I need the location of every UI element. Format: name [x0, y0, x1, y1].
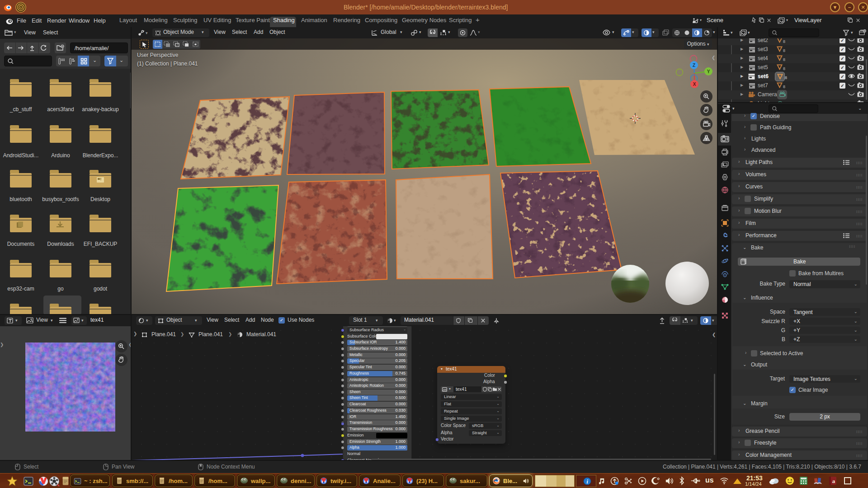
- svg-text:X: X: [693, 82, 696, 87]
- svg-text:Z: Z: [693, 63, 695, 68]
- svg-text:a: a: [832, 478, 835, 484]
- svg-text:Y: Y: [707, 69, 710, 74]
